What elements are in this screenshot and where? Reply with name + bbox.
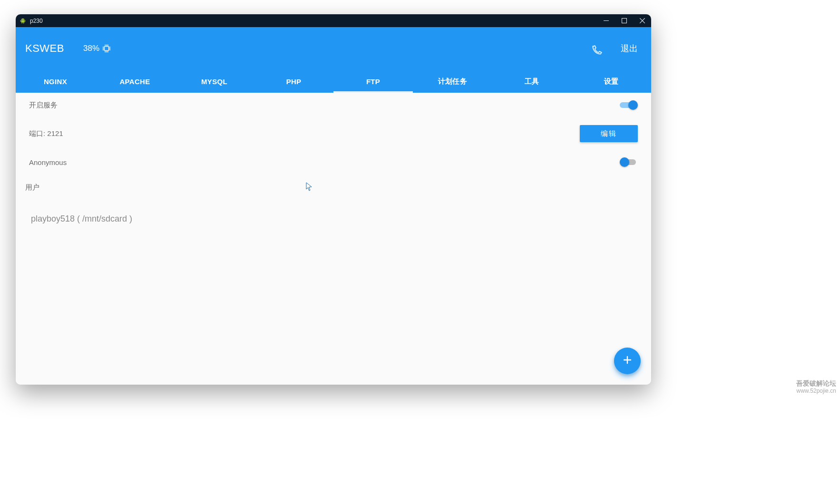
cpu-usage: 38% xyxy=(83,43,112,54)
anonymous-label: Anonymous xyxy=(29,158,67,166)
anonymous-row: Anonymous xyxy=(16,150,651,174)
tab-apache[interactable]: APACHE xyxy=(95,70,175,93)
watermark: 吾爱破解论坛 www.52pojie.cn xyxy=(796,379,836,395)
anonymous-toggle[interactable] xyxy=(620,157,638,167)
window-title: p230 xyxy=(30,18,43,24)
tab-bar: NGINXAPACHEMYSQLPHPFTP计划任务工具设置 xyxy=(16,70,651,93)
service-toggle[interactable] xyxy=(620,100,638,110)
titlebar: p230 xyxy=(16,14,651,27)
tab-settings[interactable]: 设置 xyxy=(572,70,651,93)
maximize-button[interactable] xyxy=(615,14,633,27)
users-list: playboy518 ( /mnt/sdcard ) xyxy=(16,195,651,230)
svg-rect-9 xyxy=(104,46,108,50)
tab-ftp[interactable]: FTP xyxy=(333,70,413,93)
tab-label: FTP xyxy=(366,78,380,86)
tab-label: APACHE xyxy=(119,78,150,86)
svg-rect-8 xyxy=(622,19,626,23)
tab-label: MYSQL xyxy=(201,78,227,86)
cpu-percent-text: 38% xyxy=(83,44,99,53)
svg-rect-3 xyxy=(22,22,22,23)
tab-cron[interactable]: 计划任务 xyxy=(413,70,492,93)
phone-icon[interactable] xyxy=(590,44,603,57)
port-row: 端口: 2121 编辑 xyxy=(16,117,651,150)
svg-point-5 xyxy=(22,19,22,19)
app-header: KSWEB 38% 退出 xyxy=(16,27,651,70)
exit-button[interactable]: 退出 xyxy=(616,40,643,57)
close-button[interactable] xyxy=(633,14,651,27)
android-icon xyxy=(20,18,26,24)
port-label: 端口: 2121 xyxy=(29,129,63,138)
cpu-chip-icon xyxy=(101,43,112,54)
app-title: KSWEB xyxy=(25,42,64,55)
watermark-line2: www.52pojie.cn xyxy=(796,388,836,395)
tab-mysql[interactable]: MYSQL xyxy=(175,70,254,93)
plus-icon xyxy=(622,354,633,368)
tab-label: 设置 xyxy=(604,77,619,86)
window-controls xyxy=(597,14,651,27)
svg-rect-2 xyxy=(25,20,25,22)
svg-point-6 xyxy=(23,19,24,19)
tab-label: NGINX xyxy=(44,78,67,86)
tab-label: 工具 xyxy=(525,77,539,86)
service-row: 开启服务 xyxy=(16,93,651,117)
tab-label: PHP xyxy=(286,78,302,86)
minimize-button[interactable] xyxy=(597,14,615,27)
add-user-fab[interactable] xyxy=(614,348,641,374)
edit-port-button[interactable]: 编辑 xyxy=(580,125,638,142)
tab-label: 计划任务 xyxy=(438,77,467,86)
svg-rect-4 xyxy=(23,22,24,23)
content-area: 开启服务 端口: 2121 编辑 Anonymous 用户 playboy518… xyxy=(16,93,651,385)
tab-php[interactable]: PHP xyxy=(254,70,333,93)
app-window: p230 KSWEB 38% xyxy=(16,14,651,385)
tab-nginx[interactable]: NGINX xyxy=(16,70,95,93)
tab-tools[interactable]: 工具 xyxy=(492,70,572,93)
svg-rect-7 xyxy=(604,20,609,21)
svg-rect-1 xyxy=(20,20,21,22)
user-item[interactable]: playboy518 ( /mnt/sdcard ) xyxy=(29,208,638,230)
service-label: 开启服务 xyxy=(29,101,58,110)
users-header: 用户 xyxy=(16,174,651,195)
watermark-line1: 吾爱破解论坛 xyxy=(796,379,836,388)
svg-rect-0 xyxy=(21,20,25,22)
